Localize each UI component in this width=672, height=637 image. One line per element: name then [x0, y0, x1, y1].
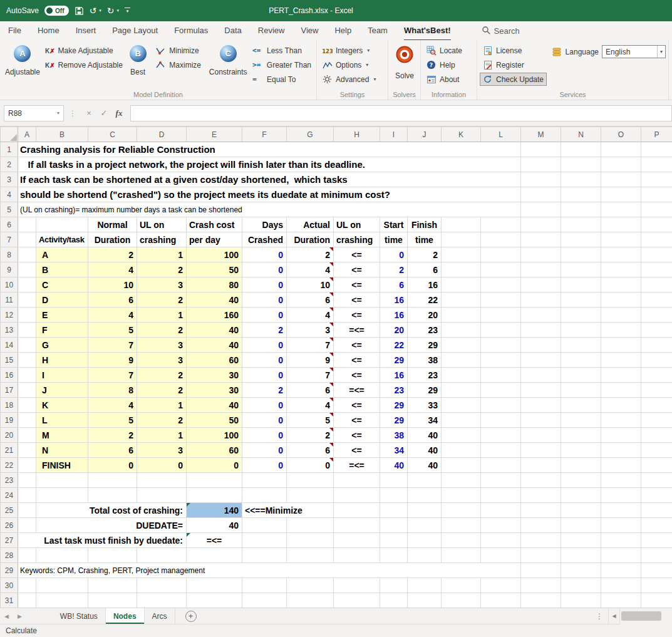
cell-I12[interactable]: 16 [380, 308, 408, 323]
cell-I6[interactable]: Start [380, 217, 408, 232]
cell-G13[interactable]: 3 [287, 323, 334, 338]
cell-F6[interactable]: Days [242, 217, 287, 232]
cell-K24[interactable] [442, 488, 481, 503]
cell-F30[interactable] [242, 578, 287, 593]
row-header-2[interactable]: 2 [1, 157, 18, 172]
ribbon-tab-page-layout[interactable]: Page Layout [104, 21, 166, 40]
cell-E18[interactable]: 40 [187, 398, 242, 413]
row-header-19[interactable]: 19 [1, 413, 18, 428]
cell-G27[interactable] [287, 533, 334, 548]
cell-E25[interactable]: 140 [187, 503, 242, 518]
cell-G9[interactable]: 4 [287, 262, 334, 277]
cell-B8[interactable]: A [36, 247, 88, 262]
cell-I26[interactable] [380, 518, 408, 533]
hscroll-thumb[interactable] [621, 611, 661, 621]
cell-J23[interactable] [408, 473, 442, 488]
cell-F27[interactable] [242, 533, 287, 548]
cell-F20[interactable]: 0 [242, 428, 287, 443]
cell-P1[interactable] [641, 142, 672, 157]
cell-J8[interactable]: 2 [408, 247, 442, 262]
cell-D28[interactable] [137, 548, 187, 563]
cell-J22[interactable]: 40 [408, 458, 442, 473]
cell-F18[interactable]: 0 [242, 398, 287, 413]
select-all-corner[interactable] [1, 127, 18, 142]
cell-M9[interactable] [521, 262, 561, 277]
adjustable-button[interactable]: A Adjustable [4, 43, 41, 76]
check-update-button[interactable]: Check Update [480, 73, 547, 86]
cell-H16[interactable]: <= [334, 368, 380, 383]
cell-H17[interactable]: =<= [334, 383, 380, 398]
cell-F24[interactable] [242, 488, 287, 503]
cell-L13[interactable] [481, 323, 521, 338]
cell-C10[interactable]: 10 [88, 277, 137, 293]
row-header-12[interactable]: 12 [1, 308, 18, 323]
cell-M12[interactable] [521, 308, 561, 323]
cell-B26[interactable]: DUEDATE= [36, 518, 187, 533]
cell-M26[interactable] [521, 518, 561, 533]
cell-I10[interactable]: 6 [380, 277, 408, 293]
cell-G10[interactable]: 10 [287, 277, 334, 293]
cell-P27[interactable] [641, 533, 672, 548]
cell-M31[interactable] [521, 593, 561, 608]
cell-B25[interactable]: Total cost of crashing: [36, 503, 187, 518]
cell-O1[interactable] [601, 142, 641, 157]
cell-A23[interactable] [18, 473, 36, 488]
make-adjustable-button[interactable]: K✗ Make Adjustable [43, 44, 123, 57]
cell-A16[interactable] [18, 368, 36, 383]
cell-I27[interactable] [380, 533, 408, 548]
cell-P18[interactable] [641, 398, 672, 413]
cell-D30[interactable] [137, 578, 187, 593]
cell-M23[interactable] [521, 473, 561, 488]
cell-E9[interactable]: 50 [187, 262, 242, 277]
cell-B13[interactable]: F [36, 323, 88, 338]
cell-I28[interactable] [380, 548, 408, 563]
cell-G20[interactable]: 2 [287, 428, 334, 443]
redo-dropdown-icon[interactable]: ▾ [116, 8, 119, 13]
cell-K6[interactable] [442, 217, 481, 232]
cell-J28[interactable] [408, 548, 442, 563]
enter-check-icon[interactable]: ✓ [96, 108, 111, 118]
col-header-C[interactable]: C [88, 127, 137, 142]
cell-J24[interactable] [408, 488, 442, 503]
ribbon-tab-file[interactable]: File [0, 21, 29, 40]
col-header-D[interactable]: D [137, 127, 187, 142]
cell-N17[interactable] [561, 383, 601, 398]
cell-N21[interactable] [561, 443, 601, 458]
cell-H24[interactable] [334, 488, 380, 503]
cell-O29[interactable] [601, 563, 641, 578]
cell-J20[interactable]: 40 [408, 428, 442, 443]
cell-D9[interactable]: 2 [137, 262, 187, 277]
cell-L26[interactable] [481, 518, 521, 533]
col-header-P[interactable]: P [641, 127, 672, 142]
cell-I30[interactable] [380, 578, 408, 593]
cell-A9[interactable] [18, 262, 36, 277]
advanced-button[interactable]: Advanced ▾ [319, 73, 385, 86]
cell-H13[interactable]: =<= [334, 323, 380, 338]
cell-F23[interactable] [242, 473, 287, 488]
cell-B23[interactable] [36, 473, 88, 488]
cell-G31[interactable] [287, 593, 334, 608]
cell-N12[interactable] [561, 308, 601, 323]
cell-C23[interactable] [88, 473, 137, 488]
cell-G6[interactable]: Actual [287, 217, 334, 232]
cell-N9[interactable] [561, 262, 601, 277]
cell-A5[interactable]: (UL on crashing)= maximum number days a … [18, 202, 521, 217]
row-header-31[interactable]: 31 [1, 593, 18, 608]
cell-H6[interactable]: UL on [334, 217, 380, 232]
cell-A29[interactable]: Keywords: CPM, Crashing, PERT, Project m… [18, 563, 521, 578]
cell-O15[interactable] [601, 353, 641, 368]
cell-D14[interactable]: 3 [137, 338, 187, 353]
cell-L21[interactable] [481, 443, 521, 458]
register-button[interactable]: Register [480, 58, 547, 71]
undo-dropdown-icon[interactable]: ▾ [99, 8, 101, 13]
col-header-G[interactable]: G [287, 127, 334, 142]
cell-E28[interactable] [187, 548, 242, 563]
cell-A30[interactable] [18, 578, 36, 593]
row-header-16[interactable]: 16 [1, 368, 18, 383]
cell-K7[interactable] [442, 232, 481, 247]
cell-E24[interactable] [187, 488, 242, 503]
ribbon-tab-formulas[interactable]: Formulas [166, 21, 216, 40]
cell-F13[interactable]: 2 [242, 323, 287, 338]
cell-D17[interactable]: 2 [137, 383, 187, 398]
cell-E15[interactable]: 60 [187, 353, 242, 368]
